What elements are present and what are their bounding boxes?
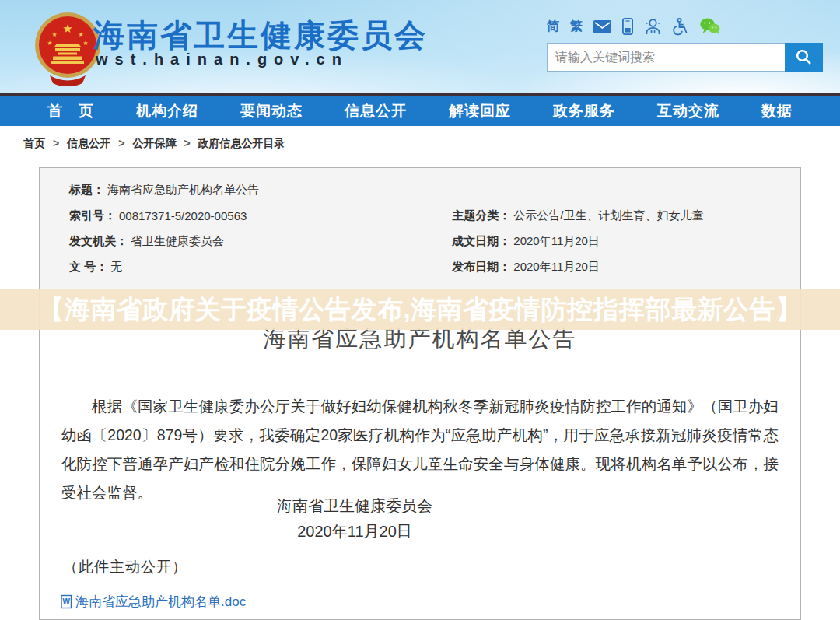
meta-row-topic-category: 主题分类： 公示公告/卫生、计划生育、妇女儿童 bbox=[443, 203, 800, 229]
meta-value: 省卫生健康委员会 bbox=[131, 234, 224, 249]
breadcrumb-separator: > bbox=[184, 137, 190, 151]
nav-item-interpretation[interactable]: 解读回应 bbox=[449, 101, 511, 121]
wechat-icon[interactable] bbox=[699, 18, 720, 35]
meta-value: 2020年11月20日 bbox=[513, 260, 600, 275]
mail-icon[interactable] bbox=[593, 20, 611, 33]
breadcrumb-separator: > bbox=[53, 137, 59, 151]
meta-value: 无 bbox=[110, 260, 122, 275]
svg-text:★: ★ bbox=[47, 40, 52, 47]
meta-value: 00817371-5/2020-00563 bbox=[119, 209, 247, 222]
breadcrumb-separator: > bbox=[118, 137, 124, 151]
meta-row-title: 标题： 海南省应急助产机构名单公告 bbox=[40, 177, 800, 203]
site-search bbox=[547, 43, 823, 72]
nav-item-home[interactable]: 首 页 bbox=[47, 101, 94, 121]
meta-value: 2020年11月20日 bbox=[513, 234, 600, 249]
page: ★ ★ ★ ★ ★ 海南省卫生健康委员会 wst.hainan.gov.cn 简… bbox=[0, 0, 840, 620]
meta-label: 主题分类： bbox=[452, 208, 510, 223]
simplified-chinese-toggle[interactable]: 简 bbox=[547, 17, 559, 36]
nav-item-interaction[interactable]: 互动交流 bbox=[657, 101, 719, 121]
svg-text:★: ★ bbox=[82, 40, 88, 47]
national-emblem-logo: ★ ★ ★ ★ ★ bbox=[33, 11, 103, 86]
traditional-chinese-toggle[interactable]: 繁 bbox=[570, 17, 583, 36]
phone-icon[interactable] bbox=[622, 18, 633, 35]
meta-value: 海南省应急助产机构名单公告 bbox=[107, 183, 259, 198]
attachment-filename: 海南省应急助产机构名单.doc bbox=[75, 593, 246, 611]
nav-item-info-disclosure[interactable]: 信息公开 bbox=[345, 101, 407, 121]
site-url: wst.hainan.gov.cn bbox=[96, 51, 348, 68]
svg-text:★: ★ bbox=[62, 22, 72, 35]
document-panel: 标题： 海南省应急助产机构名单公告 索引号： 00817371-5/2020-0… bbox=[39, 167, 801, 620]
attachment-link[interactable]: W 海南省应急助产机构名单.doc bbox=[60, 593, 246, 611]
accessibility-icon[interactable] bbox=[673, 18, 688, 36]
search-button[interactable] bbox=[785, 43, 823, 72]
main-nav: 首 页 机构介绍 要闻动态 信息公开 解读回应 政务服务 互动交流 数据 bbox=[0, 93, 840, 126]
nav-item-services[interactable]: 政务服务 bbox=[553, 101, 615, 121]
meta-row-publish-date: 发布日期： 2020年11月20日 bbox=[443, 254, 800, 280]
signature-date: 2020年11月20日 bbox=[40, 519, 670, 545]
breadcrumb-info-disclosure[interactable]: 信息公开 bbox=[67, 137, 110, 151]
meta-label: 成文日期： bbox=[452, 234, 510, 249]
svg-text:★: ★ bbox=[78, 31, 83, 38]
search-input[interactable] bbox=[547, 43, 785, 72]
meta-label: 发文机关： bbox=[69, 234, 128, 249]
search-icon bbox=[795, 48, 813, 66]
meta-label: 索引号： bbox=[69, 208, 116, 223]
nav-item-news[interactable]: 要闻动态 bbox=[240, 101, 303, 121]
meta-row-index-number: 索引号： 00817371-5/2020-00563 bbox=[40, 203, 443, 229]
document-body-paragraph: 根据《国家卫生健康委办公厅关于做好妇幼保健机构秋冬季新冠肺炎疫情防控工作的通知》… bbox=[47, 392, 793, 507]
doc-file-icon: W bbox=[60, 594, 73, 609]
overlay-banner-link[interactable]: 【海南省政府关于疫情公告发布,海南省疫情防控指挥部最新公告】 bbox=[38, 292, 801, 328]
header-toolbar: 简 繁 bbox=[547, 17, 720, 36]
meta-row-doc-number: 文 号： 无 bbox=[40, 254, 443, 280]
meta-row-issuing-agency: 发文机关： 省卫生健康委员会 bbox=[40, 229, 443, 254]
svg-text:W: W bbox=[63, 597, 71, 606]
meta-label: 发布日期： bbox=[452, 260, 510, 275]
meta-label: 标题： bbox=[69, 183, 104, 198]
document-meta-table: 标题： 海南省应急助产机构名单公告 索引号： 00817371-5/2020-0… bbox=[40, 168, 800, 290]
breadcrumb-home[interactable]: 首页 bbox=[23, 137, 45, 151]
robot-icon[interactable] bbox=[644, 18, 662, 35]
breadcrumb: 首页 > 信息公开 > 公开保障 > 政府信息公开目录 bbox=[23, 137, 285, 151]
overlay-banner: 【海南省政府关于疫情公告发布,海南省疫情防控指挥部最新公告】 bbox=[0, 289, 840, 330]
meta-value: 公示公告/卫生、计划生育、妇女儿童 bbox=[513, 208, 703, 223]
breadcrumb-disclosure-guarantee[interactable]: 公开保障 bbox=[132, 137, 176, 151]
proactive-disclosure-note: （此件主动公开） bbox=[63, 557, 187, 577]
svg-text:★: ★ bbox=[51, 31, 57, 38]
signature-agency: 海南省卫生健康委员会 bbox=[40, 493, 670, 519]
site-header: ★ ★ ★ ★ ★ 海南省卫生健康委员会 wst.hainan.gov.cn 简… bbox=[0, 0, 840, 93]
nav-item-about[interactable]: 机构介绍 bbox=[136, 101, 198, 121]
meta-row-written-date: 成文日期： 2020年11月20日 bbox=[443, 229, 800, 254]
meta-label: 文 号： bbox=[69, 260, 107, 275]
breadcrumb-gov-info-catalog[interactable]: 政府信息公开目录 bbox=[198, 137, 285, 151]
nav-item-data[interactable]: 数据 bbox=[761, 101, 793, 121]
document-signature-block: 海南省卫生健康委员会 2020年11月20日 bbox=[40, 493, 670, 545]
